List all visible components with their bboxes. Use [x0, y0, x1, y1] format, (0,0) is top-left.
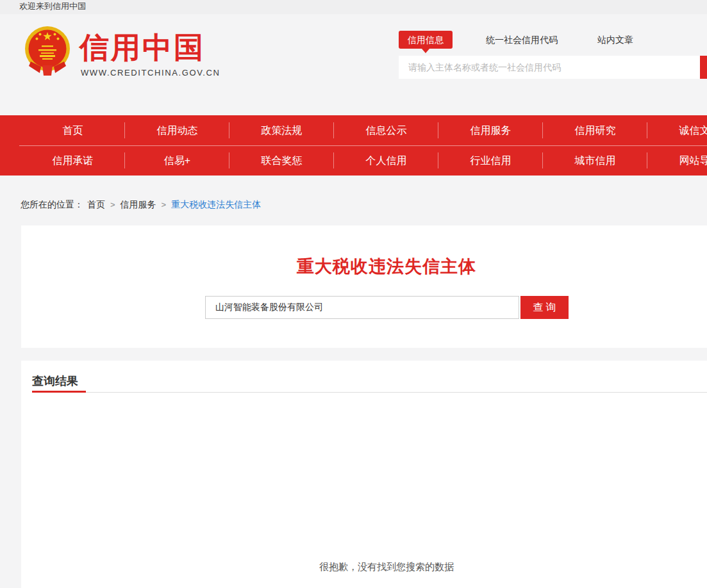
- results-heading-accent: [32, 391, 86, 393]
- china-national-emblem-icon[interactable]: [24, 26, 71, 76]
- tab-unified-social-credit-code[interactable]: 统一社会信用代码: [486, 31, 558, 49]
- nav-item-city-credit[interactable]: 城市信用: [543, 145, 647, 176]
- tab-credit-info[interactable]: 信用信息: [399, 31, 453, 49]
- nav-item-credit-commitment[interactable]: 信用承诺: [21, 145, 125, 176]
- breadcrumb-current-page[interactable]: 重大税收违法失信主体: [171, 199, 261, 209]
- query-button[interactable]: 查 询: [520, 296, 569, 319]
- breadcrumb-credit-services[interactable]: 信用服务: [121, 199, 156, 209]
- site-logo-url: WWW.CREDITCHINA.GOV.CN: [81, 68, 220, 78]
- nav-item-home[interactable]: 首页: [21, 115, 125, 145]
- nav-item-xinyi-plus[interactable]: 信易+: [125, 145, 229, 176]
- page: 欢迎来到信用中国 信用中国 WWW.CREDITCHINA.GOV.CN 信用信…: [0, 0, 707, 588]
- nav-item-credit-research[interactable]: 信用研究: [543, 115, 647, 145]
- welcome-bar: 欢迎来到信用中国: [0, 0, 707, 14]
- nav-item-site-map[interactable]: 网站导航: [647, 145, 707, 176]
- page-title: 重大税收违法失信主体: [21, 225, 707, 278]
- nav-item-joint-reward-punishment[interactable]: 联合奖惩: [229, 145, 334, 176]
- results-heading: 查询结果: [32, 373, 78, 389]
- empty-results-message: 很抱歉，没有找到您搜索的数据: [21, 561, 707, 573]
- tab-pointer-icon: [422, 49, 429, 53]
- breadcrumb-home[interactable]: 首页: [87, 199, 105, 209]
- breadcrumb-separator: >: [110, 200, 115, 209]
- breadcrumb-prefix: 您所在的位置：: [21, 199, 83, 209]
- header-search-button[interactable]: [700, 56, 707, 79]
- tab-site-articles[interactable]: 站内文章: [597, 31, 633, 49]
- query-card: 重大税收违法失信主体 查 询: [21, 225, 707, 348]
- tab-credit-info-label: 信用信息: [408, 35, 444, 45]
- navbar-row-2: 信用承诺 信易+ 联合奖惩 个人信用 行业信用 城市信用 网站导航: [21, 145, 707, 176]
- nav-item-policies[interactable]: 政策法规: [229, 115, 334, 145]
- header-search-input[interactable]: [399, 56, 700, 79]
- header-search-tabs: 信用信息 统一社会信用代码 站内文章: [399, 31, 633, 49]
- results-heading-rule: [32, 392, 707, 393]
- results-card: 查询结果 很抱歉，没有找到您搜索的数据: [21, 361, 707, 588]
- nav-item-credit-news[interactable]: 信用动态: [125, 115, 229, 145]
- query-search-row: 查 询: [205, 296, 569, 319]
- welcome-text: 欢迎来到信用中国: [19, 1, 86, 11]
- nav-item-personal-credit[interactable]: 个人信用: [334, 145, 438, 176]
- breadcrumb: 您所在的位置：首页>信用服务>重大税收违法失信主体: [21, 199, 261, 211]
- nav-item-info-disclosure[interactable]: 信息公示: [334, 115, 438, 145]
- breadcrumb-separator: >: [162, 200, 167, 209]
- nav-item-credit-services[interactable]: 信用服务: [438, 115, 543, 145]
- nav-item-industry-credit[interactable]: 行业信用: [438, 145, 543, 176]
- nav-item-integrity-culture[interactable]: 诚信文化: [647, 115, 707, 145]
- query-input[interactable]: [205, 296, 519, 319]
- navbar-row-1: 首页 信用动态 政策法规 信息公示 信用服务 信用研究 诚信文化: [21, 115, 707, 145]
- site-logo-title[interactable]: 信用中国: [79, 31, 205, 64]
- main-navbar: 首页 信用动态 政策法规 信息公示 信用服务 信用研究 诚信文化 信用承诺 信易…: [0, 115, 707, 176]
